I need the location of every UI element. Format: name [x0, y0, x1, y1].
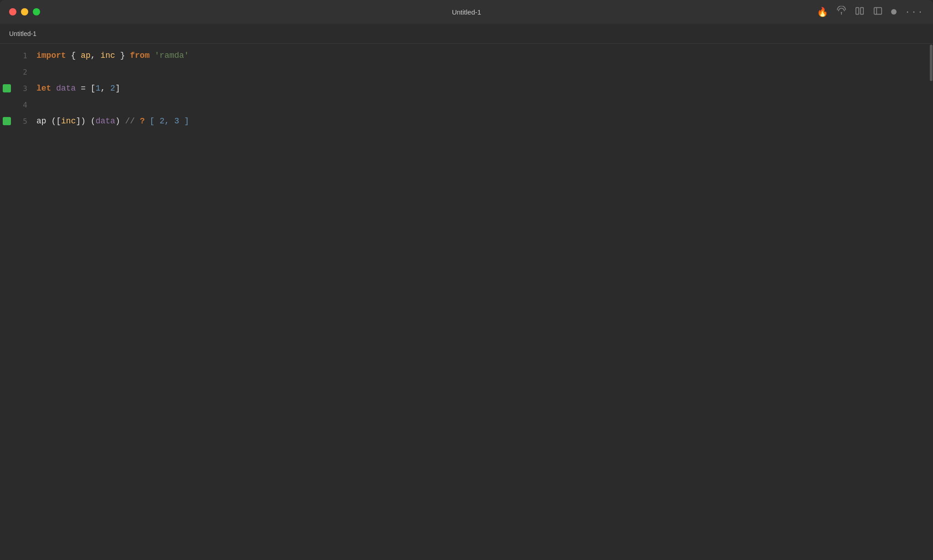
string-ramda: 'ramda' [154, 47, 189, 64]
columns-icon[interactable] [855, 6, 865, 18]
gutter-row-1: 1 [0, 47, 27, 64]
sidebar-icon[interactable] [873, 6, 883, 18]
line-number-1: 1 [14, 51, 27, 60]
editor-window: Untitled-1 🔥 [0, 0, 933, 560]
broadcast-icon[interactable] [836, 6, 846, 18]
maximize-button[interactable] [33, 8, 40, 15]
fn-ap: ap [36, 113, 46, 129]
titlebar: Untitled-1 🔥 [0, 0, 933, 24]
scrollbar-thumb[interactable] [930, 45, 933, 81]
code-line-3: let data = [ 1 , 2 ] [27, 80, 933, 97]
result-value: [ 2, 3 ] [145, 113, 189, 129]
line-gutter: 1 2 3 4 5 [0, 44, 27, 560]
tab-bar: Untitled-1 [0, 24, 933, 44]
keyword-import: import [36, 47, 66, 64]
close-button[interactable] [9, 8, 16, 15]
svg-rect-2 [856, 7, 859, 14]
keyword-from: from [130, 47, 149, 64]
toolbar-right: 🔥 [817, 6, 924, 18]
keyword-let: let [36, 80, 51, 97]
svg-point-0 [841, 12, 842, 13]
code-line-1: import { ap , inc } from 'ramda' [27, 47, 933, 64]
svg-rect-3 [861, 7, 863, 14]
code-line-4 [27, 97, 933, 113]
number-2: 2 [110, 80, 115, 97]
editor-area: 1 2 3 4 5 import [0, 44, 933, 560]
line-number-3: 3 [14, 84, 27, 93]
identifier-ap: ap [81, 47, 91, 64]
flame-icon[interactable]: 🔥 [817, 6, 828, 18]
gutter-row-5: 5 [0, 113, 27, 129]
code-content[interactable]: import { ap , inc } from 'ramda' let dat… [27, 44, 933, 560]
arg-data: data [96, 113, 115, 129]
breakpoint-5[interactable] [3, 117, 11, 125]
unsaved-indicator [891, 9, 897, 15]
fn-inc: inc [61, 113, 76, 129]
gutter-row-4: 4 [0, 97, 27, 113]
code-line-5: ap ( [ inc ] ) ( data ) // ? [ 2, 3 ] [27, 113, 933, 129]
tab-title[interactable]: Untitled-1 [9, 30, 36, 37]
quokka-marker: ? [140, 113, 145, 129]
line-number-4: 4 [14, 101, 27, 109]
vertical-scrollbar[interactable] [929, 44, 933, 560]
gutter-row-2: 2 [0, 64, 27, 80]
line-number-2: 2 [14, 68, 27, 76]
comment-result: // [120, 113, 140, 129]
window-title: Untitled-1 [452, 8, 481, 16]
identifier-inc: inc [100, 47, 115, 64]
svg-rect-4 [874, 7, 882, 14]
breakpoint-3[interactable] [3, 84, 11, 92]
more-options-icon[interactable]: ··· [905, 7, 924, 17]
traffic-lights [9, 8, 40, 15]
gutter-row-3: 3 [0, 80, 27, 97]
number-1: 1 [96, 80, 101, 97]
var-data: data [56, 80, 76, 97]
minimize-button[interactable] [21, 8, 28, 15]
line-number-5: 5 [14, 117, 27, 126]
code-line-2 [27, 64, 933, 80]
